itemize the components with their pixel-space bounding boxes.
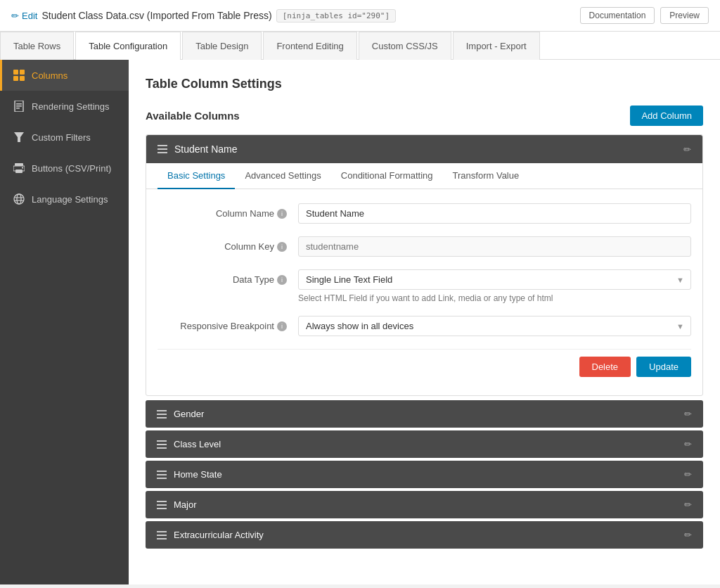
hamburger-line-1: [158, 145, 167, 146]
hamburger-line-3: [158, 152, 167, 153]
svg-marker-8: [14, 132, 24, 142]
drag-handle-extra-icon[interactable]: [157, 531, 167, 539]
column-home-edit-icon[interactable]: ✏: [684, 469, 692, 480]
column-key-label: Column Key i: [158, 236, 298, 252]
form-row-column-key: Column Key i: [158, 236, 691, 257]
sidebar-item-filters-label: Custom Filters: [32, 132, 91, 143]
drag-handle-class-icon[interactable]: [157, 440, 167, 449]
tab-table-configuration[interactable]: Table Configuration: [75, 32, 181, 60]
column-panel-title: Student Name: [174, 143, 238, 155]
hamburger-line: [157, 538, 167, 539]
preview-button[interactable]: Preview: [660, 7, 709, 24]
column-major-edit-icon[interactable]: ✏: [684, 499, 692, 510]
svg-rect-0: [13, 70, 18, 75]
nav-tabs: Table Rows Table Configuration Table Des…: [0, 32, 720, 60]
column-row-gender[interactable]: Gender ✏: [146, 400, 703, 428]
responsive-select-wrap: Always show in all devices ▼: [298, 316, 691, 336]
drag-handle-home-icon[interactable]: [157, 471, 167, 479]
data-type-label: Data Type i: [158, 269, 298, 285]
column-panel-student-name-header[interactable]: Student Name ✏: [146, 135, 702, 163]
sidebar-item-buttons[interactable]: Buttons (CSV/Print): [0, 153, 129, 184]
tab-import-export[interactable]: Import - Export: [453, 32, 540, 60]
available-columns-header: Available Columns Add Column: [146, 106, 703, 126]
column-row-major[interactable]: Major ✏: [146, 491, 703, 518]
column-row-class-level[interactable]: Class Level ✏: [146, 430, 703, 458]
column-tabs: Basic Settings Advanced Settings Conditi…: [146, 163, 702, 189]
available-columns-label: Available Columns: [146, 110, 240, 122]
column-key-input[interactable]: [298, 236, 691, 257]
column-class-edit-icon[interactable]: ✏: [684, 439, 692, 449]
column-class-title: Class Level: [174, 439, 221, 449]
column-extra-edit-icon[interactable]: ✏: [684, 530, 692, 540]
delete-button[interactable]: Delete: [579, 357, 631, 377]
svg-rect-9: [15, 163, 23, 166]
tab-transform-value[interactable]: Transform Value: [443, 163, 529, 189]
top-bar: ✏ Edit Student Class Data.csv (Imported …: [0, 0, 720, 32]
column-row-home-state[interactable]: Home State ✏: [146, 461, 703, 488]
svg-point-14: [17, 194, 21, 204]
top-bar-right: Documentation Preview: [580, 7, 709, 24]
filter-icon: [13, 132, 25, 143]
hamburger-line: [157, 531, 167, 532]
column-panel-header-left: Student Name: [158, 143, 238, 155]
responsive-select[interactable]: Always show in all devices: [298, 316, 691, 336]
sidebar-item-rendering[interactable]: Rendering Settings: [0, 91, 129, 122]
svg-rect-1: [20, 70, 25, 75]
grid-icon: [13, 70, 25, 81]
sidebar: Columns Rendering Settings Custom Filter…: [0, 60, 129, 584]
update-button[interactable]: Update: [636, 357, 691, 377]
sidebar-item-columns[interactable]: Columns: [0, 60, 129, 91]
tab-table-rows[interactable]: Table Rows: [0, 32, 74, 60]
sidebar-item-language[interactable]: Language Settings: [0, 184, 129, 215]
drag-handle-gender-icon[interactable]: [157, 410, 167, 418]
hamburger-line: [157, 447, 167, 449]
column-row-gender-left: Gender: [157, 409, 204, 419]
column-gender-edit-icon[interactable]: ✏: [684, 409, 692, 419]
edit-label: Edit: [22, 11, 37, 21]
hamburger-line: [157, 410, 167, 411]
svg-rect-2: [13, 76, 18, 81]
sidebar-item-filters[interactable]: Custom Filters: [0, 122, 129, 153]
column-row-home-left: Home State: [157, 469, 222, 480]
form-row-responsive: Responsive Breakpoint i Always show in a…: [158, 316, 691, 336]
add-column-button[interactable]: Add Column: [630, 106, 703, 126]
hamburger-line-2: [158, 148, 167, 150]
hamburger-line: [157, 478, 167, 479]
svg-rect-6: [16, 106, 22, 107]
edit-link[interactable]: ✏ Edit: [11, 11, 37, 21]
column-edit-icon[interactable]: ✏: [683, 144, 691, 155]
print-icon: [13, 162, 25, 174]
form-row-column-name: Column Name i: [158, 203, 691, 224]
layout: Columns Rendering Settings Custom Filter…: [0, 60, 720, 584]
column-name-input[interactable]: [298, 203, 691, 224]
hamburger-line: [157, 444, 167, 445]
page-title: Student Class Data.csv (Imported From Ta…: [41, 10, 271, 21]
tab-frontend-editing[interactable]: Frontend Editing: [263, 32, 356, 60]
column-row-major-left: Major: [157, 499, 197, 510]
main-content: Table Column Settings Available Columns …: [129, 60, 720, 584]
top-bar-left: ✏ Edit Student Class Data.csv (Imported …: [11, 9, 396, 23]
column-name-info-icon[interactable]: i: [277, 209, 287, 219]
tab-conditional-formatting[interactable]: Conditional Formatting: [331, 163, 443, 189]
tab-custom-css-js[interactable]: Custom CSS/JS: [359, 32, 451, 60]
column-key-info-icon[interactable]: i: [277, 242, 287, 252]
tab-table-design[interactable]: Table Design: [182, 32, 262, 60]
drag-handle-icon[interactable]: [158, 145, 167, 153]
section-title: Table Column Settings: [146, 77, 703, 91]
column-row-class-left: Class Level: [157, 439, 221, 449]
other-columns-list: Gender ✏ Class Level ✏: [146, 400, 703, 549]
data-type-info-icon[interactable]: i: [277, 275, 287, 285]
doc-icon: [13, 101, 25, 112]
responsive-info-icon[interactable]: i: [277, 321, 287, 331]
data-type-select[interactable]: Single Line Text Field: [298, 269, 691, 290]
svg-rect-5: [16, 103, 22, 105]
tab-basic-settings[interactable]: Basic Settings: [158, 163, 235, 189]
tab-advanced-settings[interactable]: Advanced Settings: [235, 163, 330, 189]
svg-point-13: [14, 194, 24, 204]
drag-handle-major-icon[interactable]: [157, 501, 167, 509]
column-row-extracurricular[interactable]: Extracurricular Activity ✏: [146, 521, 703, 549]
lang-icon: [13, 193, 25, 205]
documentation-button[interactable]: Documentation: [580, 7, 655, 24]
data-type-select-wrap: Single Line Text Field ▼: [298, 269, 691, 290]
sidebar-item-columns-label: Columns: [32, 70, 68, 81]
